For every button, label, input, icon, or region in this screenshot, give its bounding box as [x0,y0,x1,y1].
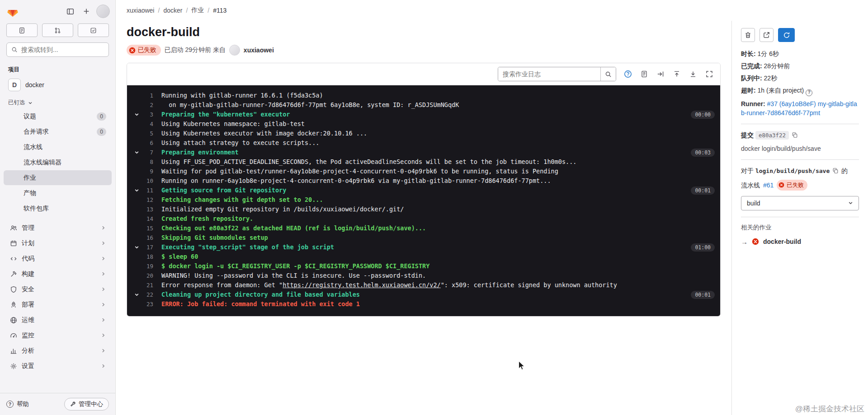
log-text: Getting source from Git repository [161,187,286,194]
commit-sha[interactable]: e80a3f22 [755,131,789,140]
sidebar-item-pipeline-editor[interactable]: 流水线编辑器 [4,155,112,170]
related-jobs-label: 相关的作业 [741,224,859,232]
copy-ref-button[interactable] [831,168,840,174]
code-icon [10,255,17,262]
project-section-label: 项目 [0,61,115,76]
admin-area-button[interactable]: 管理中心 [64,398,109,410]
log-line-22[interactable]: 22Cleaning up project directory and file… [127,290,720,299]
gitlab-logo-icon[interactable] [6,5,19,18]
log-line-10: 10Running on runner-6ay1ob8e-project-4-c… [127,176,720,186]
line-number[interactable]: 6 [127,138,153,148]
fullscreen-button[interactable] [705,70,714,79]
erase-job-log-button[interactable] [741,28,755,42]
sidebar-shortcuts [0,21,115,39]
ref-name[interactable]: login/build/push/save [755,168,830,174]
merge-request-shortcut-button[interactable] [42,23,73,37]
line-number[interactable]: 8 [127,157,153,167]
sidebar-item-plan[interactable]: 计划 [4,236,112,251]
plus-icon[interactable] [80,5,93,18]
breadcrumb-user[interactable]: xuxiaowei [127,7,154,14]
scroll-bottom-button[interactable] [689,70,698,79]
issues-shortcut-button[interactable] [6,23,38,37]
log-help-button[interactable] [623,70,632,79]
current-job-arrow-icon: → [741,238,748,246]
sidebar-item-analyze[interactable]: 分析 [4,343,112,358]
stage-dropdown[interactable]: build [741,196,859,210]
log-line-8: 8Using FF_USE_POD_ACTIVE_DEADLINE_SECOND… [127,157,720,167]
line-number[interactable]: 2 [127,100,153,110]
log-text: Preparing environment [161,149,239,156]
log-search-input[interactable] [498,67,600,81]
line-number[interactable]: 10 [127,176,153,186]
sidebar-item-merge-requests[interactable]: 合并请求0 [4,124,112,139]
line-number[interactable]: 15 [127,224,153,233]
line-number[interactable]: 16 [127,233,153,242]
sidebar-item-label: 部署 [22,301,34,309]
jump-to-failure-button[interactable] [656,70,665,79]
log-line-4: 4Using Kubernetes namespace: gitlab-test [127,119,720,129]
sidebar-item-jobs[interactable]: 作业 [4,170,112,185]
log-link[interactable]: https://registry.test.helm.xuxiaowei.cn/… [283,281,441,289]
line-number[interactable]: 19 [127,261,153,271]
pipeline-link[interactable]: #61 [763,181,774,190]
todo-shortcut-button[interactable] [78,23,109,37]
sidebar-item-artifacts[interactable]: 产物 [4,186,112,201]
global-search-input[interactable] [21,46,104,53]
breadcrumb-jobs[interactable]: 作业 [191,6,204,14]
line-number[interactable]: 11 [127,186,153,195]
sidebar-item-secure[interactable]: 安全 [4,282,112,297]
raw-log-button[interactable] [640,70,649,79]
pinned-section-toggle[interactable]: 已钉选 [0,93,115,108]
sidebar-item-monitor[interactable]: 监控 [4,328,112,343]
timeout-help-icon[interactable]: ? [806,89,812,96]
line-number[interactable]: 18 [127,252,153,261]
browse-button[interactable] [760,28,774,42]
line-number[interactable]: 4 [127,119,153,129]
log-line-7[interactable]: 7Preparing environment00:03 [127,148,720,157]
log-line-3[interactable]: 3Preparing the "kubernetes" executor00:0… [127,110,720,119]
breadcrumb-project[interactable]: docker [163,7,182,14]
retry-button[interactable] [778,28,795,42]
log-line-11[interactable]: 11Getting source from Git repository00:0… [127,186,720,195]
log-search-button[interactable] [600,67,616,81]
user-avatar[interactable] [96,5,110,18]
sidebar-item-manage[interactable]: 管理 [4,220,112,235]
collapse-sidebar-button[interactable] [64,5,76,18]
line-number[interactable]: 17 [127,242,153,252]
line-number[interactable]: 3 [127,110,153,119]
line-number[interactable]: 14 [127,214,153,224]
line-number[interactable]: 9 [127,167,153,176]
line-number[interactable]: 1 [127,91,153,100]
line-number[interactable]: 12 [127,195,153,205]
global-search-field[interactable] [6,42,109,57]
line-number[interactable]: 22 [127,290,153,299]
log-text: Preparing the "kubernetes" executor [161,111,290,118]
scroll-top-button[interactable] [672,70,681,79]
sidebar-item-settings[interactable]: 设置 [4,359,112,373]
sidebar-project-docker[interactable]: D docker [4,76,112,93]
avatar[interactable] [229,45,240,56]
line-number[interactable]: 13 [127,205,153,214]
sidebar-item-code[interactable]: 代码 [4,251,112,266]
sidebar-item-label: 产物 [24,189,36,197]
copy-icon [832,168,839,174]
sidebar-item-package-registry[interactable]: 软件包库 [4,201,112,216]
related-job-item[interactable]: → docker-build [741,238,859,246]
log-line-17[interactable]: 17Executing "step_script" stage of the j… [127,242,720,252]
line-number[interactable]: 20 [127,271,153,280]
sidebar-item-operate[interactable]: 运维 [4,312,112,327]
sidebar-item-issues[interactable]: 议题0 [4,109,112,124]
line-number[interactable]: 21 [127,280,153,290]
line-number[interactable]: 5 [127,129,153,138]
log-text: Checking out e80a3f22 as detached HEAD (… [161,224,426,232]
help-button[interactable]: ? 帮助 [6,400,29,408]
copy-commit-button[interactable] [791,132,799,138]
sidebar-item-pipelines[interactable]: 流水线 [4,140,112,154]
commit-title: docker login/build/push/save [741,144,859,153]
sidebar-item-build[interactable]: 构建 [4,266,112,281]
sidebar-item-deploy[interactable]: 部署 [4,297,112,312]
user-link[interactable]: xuxiaowei [244,47,274,54]
line-number[interactable]: 7 [127,148,153,157]
line-number[interactable]: 23 [127,299,153,309]
sidebar: 项目 D docker 已钉选 议题0合并请求0流水线流水线编辑器作业产物软件包… [0,0,116,415]
